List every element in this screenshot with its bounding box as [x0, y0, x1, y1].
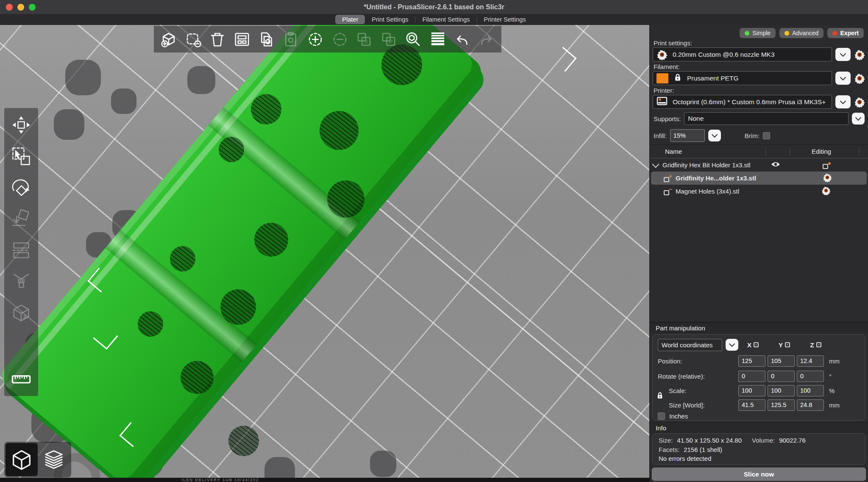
size-z-input[interactable] — [797, 399, 824, 411]
variable-layer-height-icon[interactable] — [429, 30, 447, 48]
tab-plater[interactable]: Plater — [335, 15, 365, 24]
part-gear-icon[interactable] — [823, 173, 832, 183]
rotate-x-input[interactable] — [738, 371, 765, 382]
coordinate-system-value: World coordinates — [662, 341, 713, 349]
background-window-strip: ILEN DELIVERY 1UB 10/24/202 — [0, 478, 649, 482]
infill-dropdown-button[interactable] — [708, 130, 721, 141]
scale-label: Scale: — [658, 387, 738, 394]
3d-viewport[interactable]: ORIGIN — [0, 25, 649, 482]
column-separator — [859, 147, 860, 155]
info-volume-value: 90022.76 — [779, 437, 806, 444]
part-manipulation-header: Part manipulation — [650, 322, 868, 333]
measure-tool-icon[interactable] — [10, 368, 32, 390]
supports-combo[interactable]: None — [684, 112, 849, 125]
scale-tool-icon[interactable] — [10, 145, 32, 167]
editing-column-header: Editing — [812, 148, 831, 155]
print-settings-dropdown-button[interactable] — [835, 48, 851, 61]
chevron-down-icon — [840, 98, 846, 104]
magnet-hole-modifier — [320, 111, 359, 150]
size-y-input[interactable] — [768, 399, 795, 411]
rotate-row: Rotate (relative): ° — [658, 370, 861, 382]
size-x-input[interactable] — [738, 399, 765, 411]
window-title: *Untitled - PrusaSlicer-2.6.1 based on S… — [0, 3, 868, 11]
tab-printer-settings[interactable]: Printer Settings — [477, 15, 533, 24]
print-settings-label: Print settings: — [654, 39, 692, 47]
move-tool-icon[interactable] — [10, 114, 32, 136]
slice-now-button[interactable]: Slice now — [652, 468, 866, 481]
delete-all-icon[interactable] — [209, 30, 226, 48]
mode-advanced-button[interactable]: Advanced — [779, 28, 823, 38]
object-row-magnet-holes[interactable]: − Magnet Holes (3x4).stl — [650, 185, 868, 198]
magnet-hole-modifier — [251, 94, 281, 125]
advanced-mode-dot — [785, 31, 789, 36]
axis-box-icon — [785, 342, 790, 347]
object-settings-icon[interactable]: ● — [823, 161, 831, 169]
printer-gear-button[interactable] — [854, 97, 865, 108]
printer-combo[interactable]: Octoprint (0.6mm) * Custom 0.6mm Prusa i… — [653, 95, 832, 109]
mode-simple-button[interactable]: Simple — [740, 28, 776, 38]
3d-editor-view-button[interactable] — [6, 443, 38, 476]
lock-icon — [673, 73, 682, 84]
scale-y-input[interactable] — [768, 385, 795, 396]
position-y-input[interactable] — [768, 355, 795, 367]
rotate-tool-icon[interactable] — [10, 177, 32, 199]
filament-value: Prusament PETG — [687, 75, 738, 82]
add-object-icon[interactable] — [160, 30, 178, 48]
magnet-hole-modifier — [254, 223, 288, 257]
scale-x-input[interactable] — [738, 385, 765, 396]
add-instance-icon[interactable] — [306, 30, 324, 48]
object-row-gridfinity[interactable]: Gridfinity Hex Bit Holder 1x3.stl ● — [650, 158, 868, 172]
coordinate-system-select[interactable]: World coordinates — [658, 339, 722, 351]
print-settings-row: 0.20mm Custom @0.6 nozzle MK3 — [653, 47, 865, 61]
filament-combo[interactable]: Prusament PETG — [653, 71, 832, 85]
info-header: Info — [650, 422, 868, 433]
preview-view-button[interactable] — [38, 443, 70, 476]
size-row: Size [World]: mm — [658, 399, 861, 411]
axis-x-header: X — [738, 341, 768, 349]
magnet-hole-modifier — [170, 246, 195, 271]
tab-filament-settings[interactable]: Filament Settings — [415, 15, 476, 24]
size-unit: mm — [829, 402, 840, 409]
name-column-header: Name — [665, 148, 682, 155]
part-gear-icon[interactable] — [821, 186, 831, 197]
remove-instance-icon — [331, 30, 349, 48]
delete-object-icon[interactable] — [184, 30, 202, 48]
infill-input[interactable] — [670, 129, 705, 142]
copy-icon[interactable] — [258, 30, 275, 48]
split-to-parts-icon: P — [380, 30, 398, 48]
tab-print-settings[interactable]: Print Settings — [365, 15, 415, 24]
mode-expert-button[interactable]: Expert — [827, 28, 864, 38]
coordinate-system-dropdown-button[interactable] — [726, 339, 738, 351]
size-label: Size [World]: — [658, 402, 738, 409]
expert-mode-dot — [832, 31, 837, 36]
supports-dropdown-button[interactable] — [852, 113, 865, 125]
print-settings-gear-button[interactable] — [854, 49, 865, 60]
rotate-z-input[interactable] — [797, 371, 824, 382]
filament-gear-button[interactable] — [854, 73, 865, 84]
arrange-icon[interactable] — [233, 30, 251, 48]
eye-icon[interactable] — [771, 161, 780, 169]
axis-z-header: Z — [801, 341, 830, 349]
info-errors-row: No errors detected — [659, 455, 711, 462]
position-x-input[interactable] — [738, 355, 765, 367]
filament-dropdown-button[interactable] — [835, 72, 851, 85]
print-settings-combo[interactable]: 0.20mm Custom @0.6 nozzle MK3 — [653, 47, 832, 61]
position-z-input[interactable] — [797, 355, 824, 367]
magnet-hole-modifier — [228, 426, 259, 456]
printer-dropdown-button[interactable] — [835, 95, 851, 108]
seam-painting-icon — [10, 302, 32, 324]
inches-label: Inches — [669, 413, 688, 420]
subtract-part-icon: − — [664, 188, 672, 195]
scale-z-input[interactable] — [797, 385, 824, 396]
rotate-y-input[interactable] — [768, 371, 795, 382]
part-manipulation-panel: World coordinates X Y Z Position: mm — [652, 334, 865, 421]
position-unit: mm — [829, 357, 840, 365]
undo-icon[interactable] — [453, 30, 471, 48]
brim-checkbox[interactable] — [763, 132, 770, 139]
search-icon[interactable] — [404, 30, 422, 48]
rotate-label: Rotate (relative): — [658, 373, 738, 380]
expand-collapse-icon[interactable] — [652, 161, 659, 168]
object-row-part-gridfinity[interactable]: + Gridfinity He...older 1x3.stl — [651, 172, 867, 185]
top-toolbar: 0 P — [154, 26, 501, 53]
inches-checkbox[interactable] — [658, 413, 665, 420]
